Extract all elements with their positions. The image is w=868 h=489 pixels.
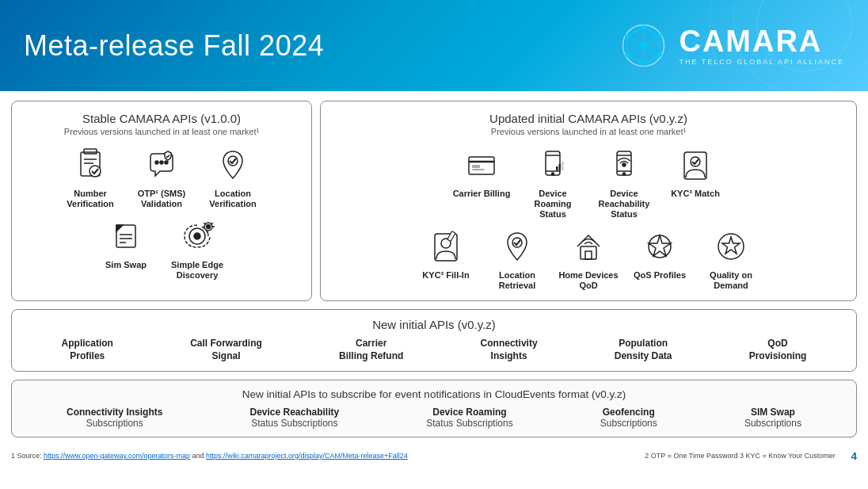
new-initial-apis-title: New initial APIs (v0.y.z) (23, 318, 845, 331)
icon-kyc-match: KYC³ Match (664, 144, 727, 220)
svg-point-3 (658, 34, 663, 39)
icon-otp-sms: OTP¹ (SMS) Validation (130, 144, 193, 209)
camara-logo-icon (618, 20, 669, 71)
svg-rect-44 (556, 166, 558, 170)
updated-apis-box: Updated initial CAMARA APIs (v0.y.z) Pre… (320, 101, 857, 301)
api-connectivity-insights: ConnectivityInsights (481, 338, 538, 362)
stable-apis-box: Stable CAMARA APIs (v1.0.0) Previous ver… (11, 101, 312, 301)
icon-simple-edge-discovery: Simple Edge Discovery (166, 216, 229, 281)
api-population-density: PopulationDensity Data (615, 338, 672, 362)
svg-point-0 (623, 25, 664, 67)
api-application-profiles: ApplicationProfiles (62, 338, 113, 362)
simple-edge-discovery-icon (177, 216, 218, 257)
svg-point-6 (626, 52, 630, 57)
icon-qos-profiles: QoS Profiles (628, 226, 691, 291)
svg-point-60 (649, 235, 671, 258)
cloud-connectivity-insights: Connectivity Insights Subscriptions (67, 407, 162, 429)
svg-point-57 (512, 238, 522, 247)
icon-kyc-fill: KYC³ Fill-In (414, 226, 478, 291)
svg-line-14 (628, 36, 644, 46)
svg-point-21 (160, 161, 163, 164)
svg-rect-59 (585, 251, 592, 259)
svg-point-22 (165, 161, 168, 164)
icon-device-reachability-status: Device Reachability Status (592, 144, 656, 220)
cloud-device-roaming: Device Roaming Status Subscriptions (426, 407, 512, 429)
number-verification-icon (70, 144, 111, 185)
icon-quality-on-demand: Quality on Demand (699, 226, 763, 291)
svg-point-19 (89, 166, 101, 177)
footer-and: and (192, 452, 206, 460)
logo-name: CAMARA (679, 26, 822, 56)
device-reachability-status-icon (603, 144, 645, 185)
footer-notes: 1 Source: https://www.open-gateway.com/o… (11, 452, 408, 460)
sim-swap-label: Sim Swap (105, 260, 147, 270)
svg-rect-16 (84, 149, 97, 154)
number-verification-label: Number Verification (59, 189, 122, 209)
device-reachability-status-label: Device Reachability Status (592, 189, 656, 220)
qos-profiles-icon (639, 226, 680, 267)
icon-location-retrieval: Location Retrieval (485, 226, 549, 291)
svg-rect-46 (562, 162, 564, 170)
location-verification-icon (212, 144, 253, 185)
svg-point-32 (207, 224, 211, 228)
otp-sms-icon (141, 144, 182, 185)
svg-point-20 (155, 161, 158, 164)
page: Meta-release Fall 2024 (0, 0, 868, 489)
home-devices-qod-label: Home Devices QoD (557, 270, 620, 291)
svg-rect-45 (559, 164, 562, 170)
new-initial-apis-list: ApplicationProfiles Call ForwardingSigna… (23, 338, 845, 362)
cloud-events-list: Connectivity Insights Subscriptions Devi… (23, 407, 845, 429)
svg-marker-1 (628, 27, 661, 63)
simple-edge-discovery-label: Simple Edge Discovery (166, 260, 229, 281)
stable-row2: Sim Swap (21, 216, 302, 281)
sim-swap-icon (105, 216, 147, 257)
icon-carrier-billing: Carrier Billing (450, 144, 513, 220)
svg-line-34 (211, 223, 213, 224)
icon-location-verification: Location Verification (201, 144, 265, 209)
api-call-forwarding: Call ForwardingSignal (190, 338, 262, 362)
footer-link2[interactable]: https://wiki.camaraproject.org/display/C… (206, 452, 408, 460)
logo: CAMARA THE TELCO GLOBAL API ALLIANCE (618, 20, 844, 71)
footer: 1 Source: https://www.open-gateway.com/o… (0, 447, 868, 465)
svg-rect-52 (684, 152, 706, 179)
svg-rect-54 (435, 234, 457, 261)
logo-text: CAMARA THE TELCO GLOBAL API ALLIANCE (679, 26, 844, 66)
api-carrier-billing-refund: CarrierBilling Refund (339, 338, 403, 362)
location-verification-label: Location Verification (201, 189, 265, 209)
svg-line-33 (204, 223, 206, 224)
svg-point-7 (626, 34, 630, 39)
svg-rect-58 (581, 246, 596, 259)
svg-marker-25 (116, 225, 123, 231)
main-content: Stable CAMARA APIs (v1.0.0) Previous ver… (0, 91, 868, 447)
carrier-billing-label: Carrier Billing (453, 189, 511, 199)
logo-tagline: THE TELCO GLOBAL API ALLIANCE (679, 58, 844, 66)
svg-point-4 (658, 52, 663, 57)
svg-point-51 (622, 163, 626, 166)
device-roaming-status-icon (532, 144, 573, 185)
icon-home-devices-qod: Home Devices QoD (557, 226, 620, 291)
header: Meta-release Fall 2024 (0, 0, 868, 91)
updated-row1: Carrier Billing (330, 144, 847, 220)
svg-point-30 (194, 233, 200, 239)
svg-rect-39 (472, 169, 485, 170)
icon-sim-swap: Sim Swap (94, 216, 158, 281)
footer-link1[interactable]: https://www.open-gateway.com/operators-m… (44, 452, 190, 460)
svg-point-5 (641, 62, 646, 67)
kyc-match-icon (675, 144, 716, 185)
page-number: 4 (851, 450, 857, 462)
home-devices-qod-icon (568, 226, 609, 267)
updated-apis-subtitle: Previous versions launched in at least o… (330, 127, 847, 136)
cloud-device-reachability: Device Reachability Status Subscriptions (249, 407, 339, 429)
updated-row2: KYC³ Fill-In Location Retrieval (330, 226, 847, 291)
location-retrieval-icon (497, 226, 538, 267)
icon-number-verification: Number Verification (59, 144, 122, 209)
svg-point-23 (228, 156, 238, 166)
quality-on-demand-label: Quality on Demand (699, 270, 763, 291)
kyc-match-label: KYC³ Match (671, 189, 720, 199)
stable-row1: Number Verification (21, 144, 302, 209)
api-qod-provisioning: QoDProvisioning (749, 338, 807, 362)
updated-apis-title: Updated initial CAMARA APIs (v0.y.z) (330, 111, 847, 127)
row-stable-updated: Stable CAMARA APIs (v1.0.0) Previous ver… (11, 101, 857, 301)
svg-point-8 (641, 43, 646, 48)
cloud-events-title: New initial APIs to subscribe for event … (23, 388, 845, 400)
